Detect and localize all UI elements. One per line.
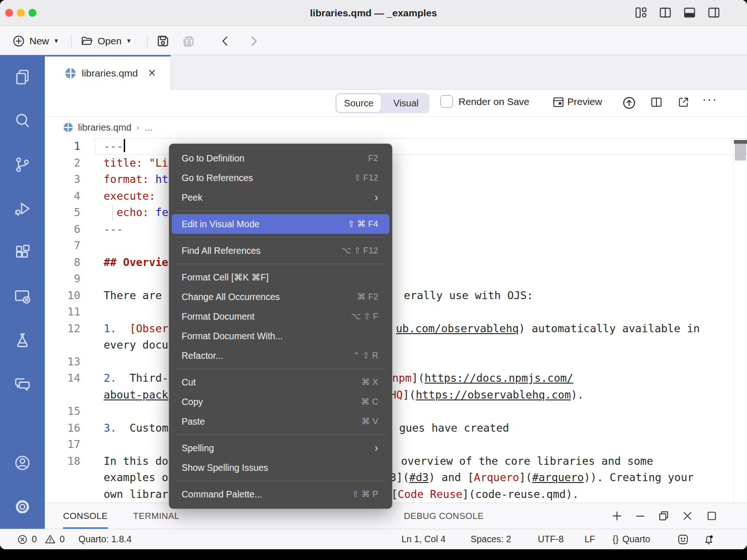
indent-guide [112,205,113,220]
tab-libraries-qmd[interactable]: libraries.qmd ✕ [45,55,171,90]
explorer-icon [14,68,31,86]
sidebar-item-source-control[interactable] [0,143,45,187]
more-actions-button[interactable]: ··· [702,92,718,107]
menu-item-shortcut: F2 [368,148,378,168]
preview-label[interactable]: Preview [567,96,602,107]
chevron-down-icon: ▼ [126,37,132,44]
menu-item-find-all-references[interactable]: Find All References⌥ ⇧ F12 [172,241,389,260]
add-icon[interactable] [611,510,623,524]
render-on-save-checkbox[interactable] [440,95,453,108]
open-external-icon[interactable] [677,96,690,111]
scrollbar-thumb[interactable] [735,144,746,161]
menu-item-paste[interactable]: Paste⌘ V [172,412,389,431]
line-number [45,337,80,354]
code-token: own librar [104,488,168,500]
close-icon[interactable] [681,510,694,524]
comments-icon [14,375,31,393]
navigate-forward-button[interactable] [247,27,261,55]
breadcrumb-file[interactable]: libraries.qmd [78,122,131,133]
menu-item-edit-in-visual-mode[interactable]: Edit in Visual Mode⇧ ⌘ F4 [172,214,389,234]
split-editor-icon[interactable] [650,96,663,111]
menu-item-format-document[interactable]: Format Document⌥ ⇧ F [172,307,389,326]
panel-tab-debug-console[interactable]: DEBUG CONSOLE [404,503,484,529]
code-editor[interactable]: 1---2title: "Li3format: ht4execute:5 ech… [45,138,747,503]
menu-item-label: Paste [182,412,361,431]
panel-icon[interactable] [683,6,697,20]
maximize-icon[interactable] [705,510,718,524]
navigate-back-button[interactable] [218,27,233,55]
code-line: 7 [45,238,747,254]
quarto-version-status[interactable]: Quarto: 1.8.4 [78,529,132,549]
sidebar-item-devtools[interactable] [0,274,45,318]
menu-item-refactor[interactable]: Refactor...⌃ ⇧ R [172,346,389,365]
preview-icon[interactable] [552,96,565,111]
breadcrumb[interactable]: libraries.qmd › ... [45,117,747,138]
save-button[interactable] [155,27,170,55]
code-token: erally use with OJS: [404,289,533,301]
split-editor-icon[interactable] [658,6,672,20]
menu-item-label: Show Spelling Issues [182,458,378,477]
code-line: about-packHQ](https://observablehq.com). [45,387,747,404]
line-number: 18 [45,453,80,470]
code-line: 121. [Obserub.com/observablehq) automati… [45,321,747,337]
menu-item-command-palette[interactable]: Command Palette...⇧ ⌘ P [172,484,389,504]
sidebar-item-account[interactable] [0,441,45,485]
sidebar-item-testing[interactable] [0,318,45,362]
save-icon [155,34,170,49]
language-mode-status[interactable]: {} Quarto [613,529,650,549]
sidebar-item-extensions[interactable] [0,231,45,274]
line-number: 13 [45,354,80,371]
new-button[interactable]: New ▼ [12,27,59,55]
code-line: 11 [45,304,747,321]
code-line: 10There are erally use with OJS: [45,287,747,304]
line-number: 6 [45,221,80,238]
minimize-icon[interactable] [634,510,647,524]
encoding-status[interactable]: UTF-8 [538,529,564,549]
restore-icon[interactable] [657,510,670,524]
sidebar-item-settings[interactable] [0,485,45,529]
open-button[interactable]: Open ▼ [80,27,132,55]
menu-item-go-to-references[interactable]: Go to References⇧ F12 [172,168,389,188]
sidebar-item-comments[interactable] [0,362,45,406]
menu-item-spelling[interactable]: Spelling› [172,438,389,458]
menu-item-format-cell-k-f[interactable]: Format Cell [⌘K ⌘F] [172,267,389,287]
sidebar-item-run-debug[interactable] [0,187,45,231]
problems-status[interactable]: 0 0 [17,529,65,549]
cursor-position-status[interactable]: Ln 1, Col 4 [402,529,445,549]
menu-item-change-all-occurrences[interactable]: Change All Occurrences⌘ F2 [172,287,389,307]
menu-item-show-spelling-issues[interactable]: Show Spelling Issues [172,458,389,477]
account-icon [14,454,31,472]
source-mode-button[interactable]: Source [337,94,381,112]
smiley-icon [677,533,689,546]
menu-separator [176,481,386,481]
secondary-sidebar-icon[interactable] [707,6,721,20]
sidebar-item-explorer[interactable] [0,55,45,99]
code-line: 2title: "Li [45,155,747,172]
breadcrumb-more[interactable]: ... [145,122,153,133]
sidebar-item-search[interactable] [0,99,45,143]
save-all-button[interactable] [181,27,196,55]
code-line: 1--- [45,138,747,155]
notifications-button[interactable] [703,529,715,549]
menu-item-cut[interactable]: Cut⌘ X [172,372,389,392]
menu-item-copy[interactable]: Copy⌘ C [172,392,389,412]
menu-item-peek[interactable]: Peek› [172,188,389,207]
code-line: 17 [45,436,747,453]
customize-layout-icon[interactable] [634,6,648,20]
eol-status[interactable]: LF [585,529,595,549]
menu-separator [176,434,386,435]
back-icon [218,34,233,48]
code-token: https://observablehq.com [416,389,571,401]
render-icon[interactable] [622,96,636,112]
code-token: ](code-reuse.qmd). [462,488,578,500]
menu-item-format-document-with[interactable]: Format Document With... [172,326,389,346]
feedback-button[interactable] [677,529,689,549]
menu-item-go-to-definition[interactable]: Go to DefinitionF2 [172,148,389,168]
visual-mode-button[interactable]: Visual [384,94,428,112]
code-token: ht [155,173,169,185]
indentation-status[interactable]: Spaces: 2 [471,529,511,549]
close-tab-icon[interactable]: ✕ [148,67,156,79]
code-token: ]( [519,471,532,483]
panel-tab-console[interactable]: CONSOLE [63,503,108,529]
code-token: examples o [104,471,168,483]
